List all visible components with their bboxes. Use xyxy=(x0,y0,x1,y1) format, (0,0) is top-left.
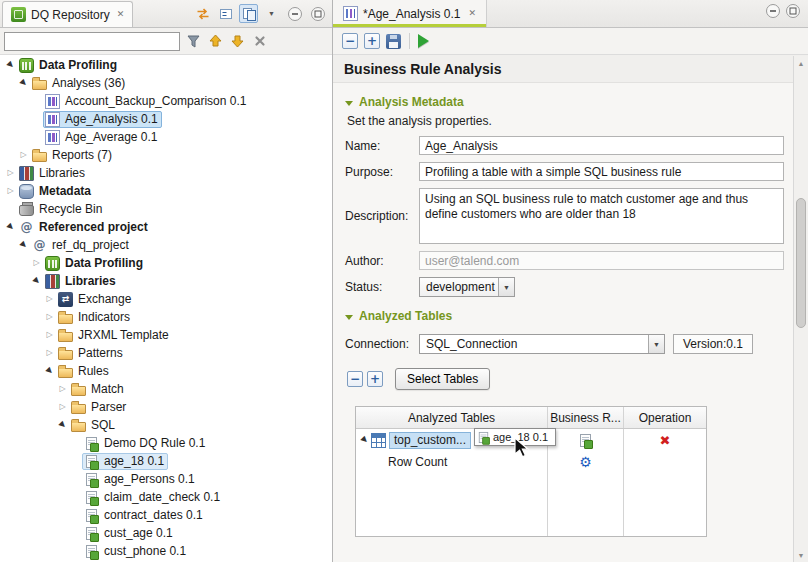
tree-item-cust-phone-0-1[interactable]: cust_phone 0.1 xyxy=(0,542,332,560)
minimize-editor-icon[interactable] xyxy=(765,3,781,22)
vertical-scrollbar[interactable]: ▲ ▼ xyxy=(793,56,808,562)
collapse-section-icon[interactable] xyxy=(345,101,353,106)
minimize-view-icon[interactable] xyxy=(285,4,304,23)
filter-funnel-icon[interactable] xyxy=(185,32,202,51)
purpose-input[interactable] xyxy=(419,162,784,181)
tab-age-analysis[interactable]: *Age_Analysis 0.1 ✕ xyxy=(333,0,487,27)
expand-arrow-icon[interactable]: ▷ xyxy=(30,259,43,267)
expand-arrow-icon[interactable]: ▷ xyxy=(43,331,56,339)
folder-icon xyxy=(71,404,86,414)
collapse-all-icon[interactable] xyxy=(216,4,235,23)
scroll-up-icon[interactable]: ▲ xyxy=(794,56,808,70)
clear-filter-icon[interactable] xyxy=(251,32,268,51)
tree-item-demo-dq-rule-0-1[interactable]: Demo DQ Rule 0.1 xyxy=(0,434,332,452)
column-analyzed-tables[interactable]: Analyzed Tables xyxy=(356,407,548,428)
maximize-view-icon[interactable] xyxy=(308,4,327,23)
expand-arrow-icon[interactable]: ▷ xyxy=(56,385,69,393)
folder-icon xyxy=(71,386,86,396)
refresh-icon[interactable] xyxy=(193,4,212,23)
tree-item-rules[interactable]: ▶Rules xyxy=(0,362,332,380)
analyzed-table-name[interactable]: top_custom... xyxy=(389,432,471,449)
connection-label: Connection: xyxy=(345,337,419,351)
save-icon[interactable] xyxy=(386,34,401,49)
connection-select[interactable]: SQL_Connection ▼ xyxy=(419,334,665,354)
maximize-editor-icon[interactable] xyxy=(785,3,801,22)
tree-item-patterns[interactable]: ▷Patterns xyxy=(0,344,332,362)
expand-tables-icon[interactable]: + xyxy=(367,371,383,387)
collapse-arrow-icon[interactable]: ▶ xyxy=(16,76,31,91)
name-input[interactable] xyxy=(419,136,784,155)
tree-item-age-18-0-1[interactable]: age_18 0.1 xyxy=(0,452,332,470)
expand-arrow-icon[interactable]: ▷ xyxy=(4,187,17,195)
gear-icon[interactable]: ⚙ xyxy=(579,455,592,469)
scrollbar-thumb[interactable] xyxy=(796,198,806,328)
dropdown-arrow-icon[interactable]: ▼ xyxy=(648,335,664,353)
tree-item-age-analysis-0-1[interactable]: Age_Analysis 0.1 xyxy=(0,110,332,128)
column-business-rule[interactable]: Business R... xyxy=(548,407,624,428)
expand-arrow-icon[interactable]: ▷ xyxy=(17,151,30,159)
expand-arrow-icon[interactable]: ▷ xyxy=(43,313,56,321)
expand-arrow-icon[interactable]: ▷ xyxy=(43,295,56,303)
tree-item-reports-7[interactable]: ▷Reports (7) xyxy=(0,146,332,164)
tree-item-data-profiling[interactable]: ▶Data Profiling xyxy=(0,56,332,74)
tree-item-jrxml-template[interactable]: ▷JRXML Template xyxy=(0,326,332,344)
arrow-down-icon[interactable] xyxy=(229,32,246,51)
delete-icon[interactable]: ✖ xyxy=(660,434,671,447)
tree-item-libraries[interactable]: ▷Libraries xyxy=(0,164,332,182)
section-analysis-metadata[interactable]: Analysis Metadata xyxy=(345,95,784,109)
tree-item-age-persons-0-1[interactable]: age_Persons 0.1 xyxy=(0,470,332,488)
collapse-arrow-icon[interactable]: ▶ xyxy=(16,238,31,253)
collapse-sections-icon[interactable]: − xyxy=(342,33,358,49)
expand-arrow-icon[interactable]: ▷ xyxy=(56,403,69,411)
dropdown-arrow-icon[interactable]: ▼ xyxy=(498,278,514,296)
tree-item-contract-dates-0-1[interactable]: contract_dates 0.1 xyxy=(0,506,332,524)
select-tables-button[interactable]: Select Tables xyxy=(395,368,490,390)
tree-item-account-backup-comparison-0-1[interactable]: Account_Backup_Comparison 0.1 xyxy=(0,92,332,110)
scroll-down-icon[interactable]: ▼ xyxy=(794,548,808,562)
tree-item-parser[interactable]: ▷Parser xyxy=(0,398,332,416)
collapse-arrow-icon[interactable]: ▶ xyxy=(3,220,18,235)
tree-item-cust-age-0-1[interactable]: cust_age 0.1 xyxy=(0,524,332,542)
tree-item-recycle-bin[interactable]: Recycle Bin xyxy=(0,200,332,218)
expand-sections-icon[interactable]: + xyxy=(364,33,380,49)
collapse-arrow-icon[interactable]: ▶ xyxy=(55,418,70,433)
collapse-arrow-icon[interactable]: ▶ xyxy=(357,433,372,448)
collapse-arrow-icon[interactable]: ▶ xyxy=(42,364,57,379)
tree-item-ref-dq-project[interactable]: ▶ref_dq_project xyxy=(0,236,332,254)
tree-item-analyses-36[interactable]: ▶Analyses (36) xyxy=(0,74,332,92)
tree-item-box: Account_Backup_Comparison 0.1 xyxy=(43,93,250,110)
tree-item-referenced-project[interactable]: ▶Referenced project xyxy=(0,218,332,236)
tree-item-indicators[interactable]: ▷Indicators xyxy=(0,308,332,326)
filter-input[interactable] xyxy=(4,32,180,51)
link-with-editor-icon[interactable] xyxy=(239,4,258,23)
close-icon[interactable]: ✕ xyxy=(117,10,125,19)
section-analyzed-tables[interactable]: Analyzed Tables xyxy=(345,309,784,323)
tab-dq-repository[interactable]: DQ Repository ✕ xyxy=(2,1,133,27)
author-row: Author: xyxy=(345,251,784,270)
indicator-name[interactable]: Row Count xyxy=(388,455,447,469)
status-select[interactable]: development ▼ xyxy=(419,277,515,297)
run-analysis-icon[interactable] xyxy=(418,34,429,48)
column-operation[interactable]: Operation xyxy=(624,407,706,428)
collapse-section-icon[interactable] xyxy=(345,315,353,320)
description-input[interactable]: Using an SQL business rule to match cust… xyxy=(419,188,784,244)
tree-item-age-average-0-1[interactable]: Age_Average 0.1 xyxy=(0,128,332,146)
collapse-arrow-icon[interactable]: ▶ xyxy=(3,58,18,73)
view-menu-icon[interactable]: ▼ xyxy=(262,4,281,23)
collapse-tables-icon[interactable]: − xyxy=(347,371,363,387)
tree-item-claim-date-check-0-1[interactable]: claim_date_check 0.1 xyxy=(0,488,332,506)
expand-arrow-icon[interactable]: ▷ xyxy=(4,169,17,177)
tree-item-metadata[interactable]: ▷Metadata xyxy=(0,182,332,200)
collapse-arrow-icon[interactable]: ▶ xyxy=(29,274,44,289)
tree-item-exchange[interactable]: ▷Exchange xyxy=(0,290,332,308)
business-rule-icon[interactable] xyxy=(580,434,591,447)
tree-item-match[interactable]: ▷Match xyxy=(0,380,332,398)
tree-item-data-profiling[interactable]: ▷Data Profiling xyxy=(0,254,332,272)
table-header-row: Analyzed Tables Business R... Operation xyxy=(356,407,706,429)
arrow-up-icon[interactable] xyxy=(207,32,224,51)
close-tab-icon[interactable]: ✕ xyxy=(468,9,476,18)
tree-item-libraries[interactable]: ▶Libraries xyxy=(0,272,332,290)
scrollbar-track[interactable] xyxy=(794,70,808,548)
tree-item-sql[interactable]: ▶SQL xyxy=(0,416,332,434)
expand-arrow-icon[interactable]: ▷ xyxy=(43,349,56,357)
